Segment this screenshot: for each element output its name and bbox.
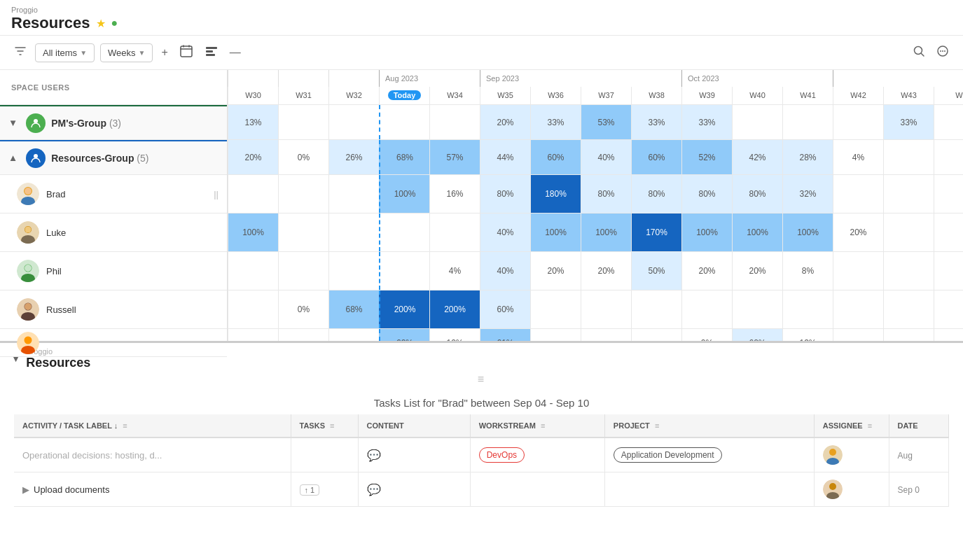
cell-phil-w37: 20%: [581, 252, 631, 290]
cell-pm-w38: 33%: [631, 105, 681, 139]
resources-group-icon: [26, 148, 46, 168]
cell-res-w43: [883, 140, 934, 174]
cell-pm-w41: [782, 105, 833, 139]
week-w39: W39: [681, 87, 732, 104]
cell-date-2: Sep 0: [889, 472, 948, 507]
cell-pm-w43: 33%: [883, 105, 934, 139]
th-tasks-menu[interactable]: ≡: [330, 421, 334, 430]
cell-activity-1: Operational decisions: hosting, d...: [14, 438, 291, 472]
more-options-button[interactable]: [934, 42, 952, 63]
cell-pm-w37: 53%: [581, 105, 631, 139]
cell-workstream-2: [470, 472, 604, 507]
collapse-button[interactable]: —: [227, 43, 244, 62]
cell-luke-w35: 40%: [480, 214, 530, 251]
th-date: DATE: [889, 414, 948, 438]
page-title: Resources: [11, 14, 90, 32]
svg-point-11: [25, 188, 32, 195]
th-project-menu[interactable]: ≡: [655, 421, 659, 430]
resources-group-collapse[interactable]: ▲: [8, 153, 18, 163]
cell-phil-w39: 20%: [681, 252, 732, 290]
cell-russell-w38: [631, 290, 681, 328]
pm-group-row: ▼ PM's-Group (3): [0, 105, 227, 140]
avatar-luke: [17, 221, 39, 244]
cell-pm-w35: 20%: [480, 105, 530, 139]
comment-icon[interactable]: 💬: [367, 449, 381, 461]
cell-brad-w42: [833, 175, 883, 213]
pm-group-name: PM's-Group (3): [51, 118, 121, 129]
cell-pm-w34: [429, 105, 480, 139]
th-assignee-menu[interactable]: ≡: [868, 421, 872, 430]
resize-handle[interactable]: ||: [214, 189, 219, 200]
cell-content-1: 💬: [358, 438, 470, 472]
svg-point-4: [915, 47, 922, 55]
cell-russell-w42: [833, 290, 883, 328]
cell-extra-extra: [934, 329, 963, 341]
cell-phil-w32: [328, 252, 379, 290]
filter-button[interactable]: [11, 42, 29, 63]
divider-handle[interactable]: ≡: [0, 370, 963, 388]
cell-extra-w41: 12%: [782, 329, 833, 341]
cell-phil-w43: [883, 252, 934, 290]
th-project: PROJECT ≡: [604, 414, 814, 438]
assignee-avatar-1: [823, 445, 843, 465]
user-name-brad: Brad: [46, 189, 65, 200]
search-button[interactable]: [910, 42, 928, 63]
week-w30: W30: [228, 87, 278, 104]
today-badge: Today: [388, 90, 422, 100]
cell-res-w36: 60%: [530, 140, 581, 174]
gantt-phil: 4% 40% 20% 20% 50% 20% 20% 8%: [228, 252, 963, 290]
table-row: Operational decisions: hosting, d... 💬 D…: [14, 438, 949, 472]
favorite-icon[interactable]: ★: [96, 17, 106, 30]
avatar-phil: [17, 260, 39, 282]
cell-phil-extra: [934, 252, 963, 290]
items-filter-dropdown[interactable]: All items ▼: [35, 43, 95, 62]
comment-icon-2[interactable]: 💬: [367, 484, 381, 496]
svg-point-6: [34, 119, 38, 123]
th-workstream-menu[interactable]: ≡: [541, 421, 545, 430]
project-tag: Application Development: [614, 447, 722, 463]
th-workstream: WORKSTREAM ≡: [470, 414, 604, 438]
gantt-brad: 100% 16% 80% 180% 80% 80% 80% 80% 32%: [228, 175, 963, 214]
calendar-view-button[interactable]: [176, 41, 196, 64]
cell-brad-w36: 180%: [530, 175, 581, 213]
cell-luke-w32: [328, 214, 379, 251]
th-content: CONTENT: [358, 414, 470, 438]
cell-extra-w40: 60%: [732, 329, 782, 341]
cell-luke-w36: 100%: [530, 214, 581, 251]
avatar-extra: [17, 332, 39, 354]
user-name-phil: Phil: [46, 266, 62, 276]
cell-luke-extra: [934, 214, 963, 251]
svg-rect-0: [181, 46, 192, 57]
chevron-down-icon: ▼: [139, 49, 146, 57]
space-users-header: SPACE USERS: [0, 70, 227, 105]
timeline-view-button[interactable]: [202, 41, 221, 64]
expand-arrow[interactable]: ▶: [22, 484, 29, 495]
cell-russell-extra: [934, 290, 963, 328]
cell-luke-w41: 100%: [782, 214, 833, 251]
user-name-russell: Russell: [46, 304, 76, 315]
cell-brad-w31: [278, 175, 328, 213]
cell-russell-w31: 0%: [278, 290, 328, 328]
gantt-extra: 60% 10% 61% 0% 60% 12%: [228, 329, 963, 341]
pm-group-collapse[interactable]: ▼: [8, 118, 18, 128]
add-button[interactable]: +: [158, 43, 170, 62]
cell-phil-w31: [278, 252, 328, 290]
cell-pm-w33: [379, 105, 429, 139]
cell-russell-w35: 60%: [480, 290, 530, 328]
cell-res-w40: 42%: [732, 140, 782, 174]
gantt-left-panel: SPACE USERS ▼ PM's-Group (3) ▲ Resources…: [0, 70, 228, 341]
gantt-section: SPACE USERS ▼ PM's-Group (3) ▲ Resources…: [0, 70, 963, 343]
month-spacer: [228, 70, 278, 87]
week-w40: W40: [732, 87, 782, 104]
th-activity-menu[interactable]: ≡: [123, 421, 127, 430]
cell-pm-w30: 13%: [228, 105, 278, 139]
cell-brad-w32: [328, 175, 379, 213]
cell-date-1: Aug: [889, 438, 948, 472]
week-w37: W37: [581, 87, 631, 104]
resources-group-name: Resources-Group (5): [51, 153, 148, 164]
cell-luke-w31: [278, 214, 328, 251]
period-dropdown[interactable]: Weeks ▼: [100, 43, 153, 62]
gantt-right-panel: Aug 2023 Sep 2023 Oct 2023 W30 W31 W32 T…: [228, 70, 963, 341]
cell-phil-w41: 8%: [782, 252, 833, 290]
cell-project-1: Application Development: [604, 438, 814, 472]
